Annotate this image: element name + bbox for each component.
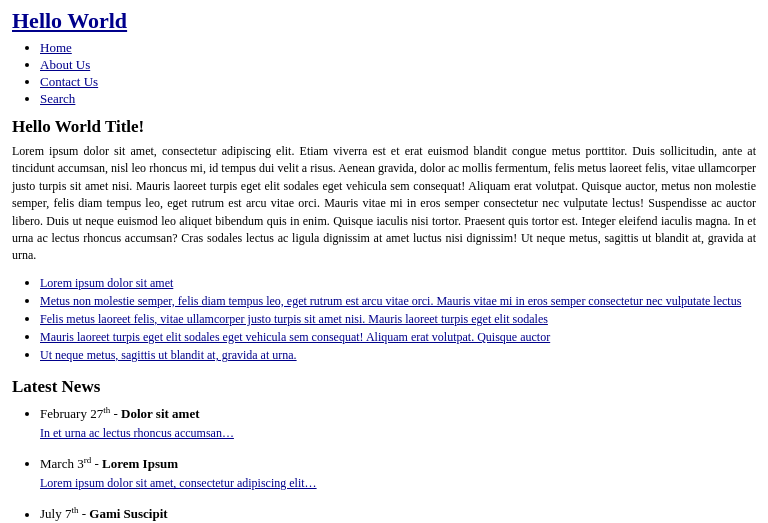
content-links: Lorem ipsum dolor sit ametMetus non mole…: [12, 275, 756, 363]
nav-item: Home: [40, 40, 756, 56]
intro-text: Lorem ipsum dolor sit amet, consectetur …: [12, 143, 756, 265]
news-item-excerpt[interactable]: Lorem ipsum dolor sit amet, consectetur …: [40, 476, 756, 491]
news-item: July 7th - Gami SuscipitQuisque iaculis …: [40, 505, 756, 523]
news-item: March 3rd - Lorem IpsumLorem ipsum dolor…: [40, 455, 756, 491]
list-item: Lorem ipsum dolor sit amet: [40, 275, 756, 291]
nav-link[interactable]: About Us: [40, 57, 90, 72]
news-list: February 27th - Dolor sit ametIn et urna…: [12, 405, 756, 523]
nav-item: Contact Us: [40, 74, 756, 90]
main-nav: HomeAbout UsContact UsSearch: [12, 40, 756, 107]
nav-link[interactable]: Search: [40, 91, 75, 106]
news-item-title: July 7th - Gami Suscipit: [40, 505, 756, 522]
page-title: Hello World Title!: [12, 117, 756, 137]
site-title: Hello World: [12, 8, 756, 34]
list-item: Felis metus laoreet felis, vitae ullamco…: [40, 311, 756, 327]
list-item: Ut neque metus, sagittis ut blandit at, …: [40, 347, 756, 363]
nav-link[interactable]: Home: [40, 40, 72, 55]
content-link[interactable]: Metus non molestie semper, felis diam te…: [40, 294, 741, 308]
nav-item: Search: [40, 91, 756, 107]
news-item-title: February 27th - Dolor sit amet: [40, 405, 756, 422]
content-link[interactable]: Ut neque metus, sagittis ut blandit at, …: [40, 348, 297, 362]
news-item-excerpt[interactable]: In et urna ac lectus rhoncus accumsan…: [40, 426, 756, 441]
nav-item: About Us: [40, 57, 756, 73]
nav-list: HomeAbout UsContact UsSearch: [12, 40, 756, 107]
content-link[interactable]: Felis metus laoreet felis, vitae ullamco…: [40, 312, 548, 326]
list-item: Mauris laoreet turpis eget elit sodales …: [40, 329, 756, 345]
news-item: February 27th - Dolor sit ametIn et urna…: [40, 405, 756, 441]
latest-news-heading: Latest News: [12, 377, 756, 397]
news-item-title: March 3rd - Lorem Ipsum: [40, 455, 756, 472]
content-link[interactable]: Mauris laoreet turpis eget elit sodales …: [40, 330, 550, 344]
content-link[interactable]: Lorem ipsum dolor sit amet: [40, 276, 173, 290]
nav-link[interactable]: Contact Us: [40, 74, 98, 89]
list-item: Metus non molestie semper, felis diam te…: [40, 293, 756, 309]
